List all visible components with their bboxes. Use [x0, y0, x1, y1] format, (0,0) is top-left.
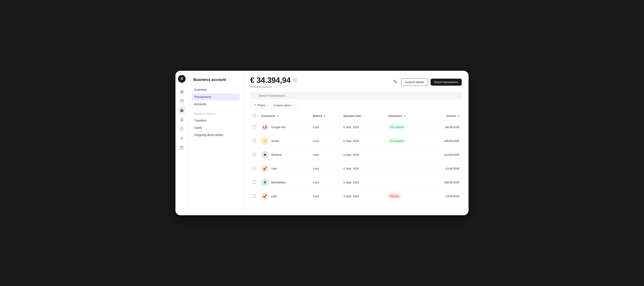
attachment-cell: -	[386, 148, 425, 162]
sidebar-item-transfers[interactable]: Transfers	[192, 117, 240, 124]
search-input[interactable]	[250, 92, 462, 100]
attachment-cell: Missing	[386, 189, 425, 203]
date-col-header[interactable]: Operation date ↓	[341, 112, 386, 120]
bank-icon[interactable]	[178, 106, 186, 114]
main-nav-section: Overview Transactions Accounts	[192, 86, 240, 108]
amount-cell: -100,50 EUR	[425, 134, 462, 148]
custom-views-label: Custom views	[274, 104, 291, 107]
amount-col-header[interactable]: Amount ⇅	[425, 112, 462, 120]
chart-icon[interactable]	[178, 88, 186, 96]
select-all-checkbox[interactable]	[253, 114, 256, 117]
transaction-cell: ⭐ Airbnb	[258, 134, 310, 148]
ai-button[interactable]	[391, 78, 399, 86]
sidebar-item-cards[interactable]: Cards	[192, 124, 240, 131]
row-checkbox[interactable]	[253, 166, 256, 170]
export-transactions-button[interactable]: Export transactions	[430, 78, 462, 86]
filters-button[interactable]: Filters	[250, 102, 268, 108]
invoice-icon[interactable]	[178, 125, 186, 133]
svg-rect-0	[180, 92, 181, 93]
merchant-icon: 📢	[261, 123, 269, 131]
filters-label: Filters	[258, 104, 265, 107]
merchant-info: ⭐ Airbnb	[261, 137, 308, 145]
merchant-info: 🚀 Uber	[261, 192, 308, 200]
balance-value: € 34.394,94	[250, 76, 290, 85]
receipt-icon[interactable]	[178, 116, 186, 124]
balance-amount: € 34.394,94	[250, 76, 297, 85]
payment-methods-section: Payment methods Transfers Cards Outgoing…	[192, 112, 240, 139]
balance-label: Available balance	[250, 85, 297, 88]
transaction-cell: 🚀 Uber	[258, 162, 310, 176]
row-checkbox[interactable]	[253, 125, 256, 128]
attachment-value: -	[388, 153, 389, 156]
row-checkbox-cell[interactable]	[250, 134, 258, 148]
mail-icon[interactable]	[178, 97, 186, 105]
attachment-col-header[interactable]: Attachment ⇅	[386, 112, 425, 120]
method-cell: Card	[310, 120, 341, 134]
amount-cell: -13,40 EUR	[425, 162, 462, 176]
attachment-value: -	[388, 181, 389, 184]
amount-cell: -112,00 EUR	[425, 148, 462, 162]
attachment-badge: Not required	[388, 139, 406, 143]
balance-section: € 34.394,94 Available balance	[250, 76, 297, 88]
date-cell: 5 Sept. 2024	[341, 120, 386, 134]
attachment-value: -	[388, 167, 389, 170]
row-checkbox[interactable]	[253, 139, 256, 142]
row-checkbox[interactable]	[253, 153, 256, 156]
row-checkbox-cell[interactable]	[250, 120, 258, 134]
merchant-name: WeWork	[271, 153, 282, 156]
attachment-cell: Not required	[386, 120, 425, 134]
row-checkbox-cell[interactable]	[250, 176, 258, 189]
row-checkbox-cell[interactable]	[250, 148, 258, 162]
method-col-label: Method	[313, 114, 322, 118]
bag-icon[interactable]	[178, 144, 186, 152]
method-cell: Card	[310, 134, 341, 148]
amount-cell: -23,20 EUR	[425, 189, 462, 203]
row-checkbox[interactable]	[253, 194, 256, 198]
date-cell: 4 Sept. 2024	[341, 176, 386, 189]
svg-point-4	[181, 137, 182, 138]
attachment-cell: -	[386, 162, 425, 176]
date-col-label: Operation date	[343, 114, 361, 118]
merchant-info: 🖥 MediaMarkt	[261, 178, 308, 186]
attachment-cell: Not required	[386, 134, 425, 148]
sidebar-item-accounts[interactable]: Accounts	[192, 101, 240, 108]
sidebar-item-direct-debits[interactable]: Outgoing direct debits	[192, 132, 240, 138]
method-col-header[interactable]: Method ⇅	[310, 112, 341, 120]
method-cell: Card	[310, 162, 341, 176]
visibility-toggle-icon[interactable]	[293, 78, 297, 83]
attachment-cell: -	[386, 176, 425, 189]
merchant-info: 📢 Google Ads	[261, 123, 308, 131]
custom-views-button[interactable]: Custom views	[270, 102, 298, 108]
row-checkbox-cell[interactable]	[250, 162, 258, 176]
search-bar-container	[244, 92, 468, 102]
method-cell: Card	[310, 176, 341, 189]
row-checkbox[interactable]	[253, 180, 256, 184]
transaction-col-label: Transaction	[261, 114, 275, 118]
table-row: 📢 Google Ads Card 5 Sept. 2024 Not requi…	[250, 120, 462, 134]
transaction-cell: 🖥 MediaMarkt	[258, 176, 310, 189]
table-row: ✖ WeWork Card 4 Sept. 2024 - -112,00 EUR	[250, 148, 462, 162]
merchant-icon: 🚀	[261, 165, 269, 172]
attachment-col-label: Attachment	[388, 114, 402, 118]
transaction-cell: 📢 Google Ads	[258, 120, 310, 134]
transaction-sort-icon: ⇅	[277, 115, 279, 117]
row-checkbox-cell[interactable]	[250, 189, 258, 203]
account-details-button[interactable]: Account details	[401, 78, 428, 86]
date-cell: 5 Sept. 2024	[341, 134, 386, 148]
merchant-name: Uber	[271, 195, 277, 198]
person-icon[interactable]	[178, 134, 186, 142]
app-logo[interactable]: ✕	[178, 75, 186, 83]
sidebar-item-transactions[interactable]: Transactions	[192, 94, 240, 100]
sidebar-item-overview[interactable]: Overview	[192, 86, 240, 93]
method-cell: Card	[310, 148, 341, 162]
amount-cell: -100,50 EUR	[425, 176, 462, 189]
sidebar: Business account Overview Transactions A…	[188, 71, 244, 215]
method-sort-icon: ⇅	[324, 115, 325, 117]
select-all-header[interactable]	[250, 112, 258, 120]
merchant-icon: 🖥	[261, 178, 269, 186]
merchant-info: ✖ WeWork	[261, 151, 308, 158]
svg-rect-2	[182, 90, 183, 93]
method-cell: Card	[310, 189, 341, 203]
merchant-icon: ⭐	[261, 137, 269, 145]
transaction-col-header[interactable]: Transaction ⇅	[258, 112, 310, 120]
